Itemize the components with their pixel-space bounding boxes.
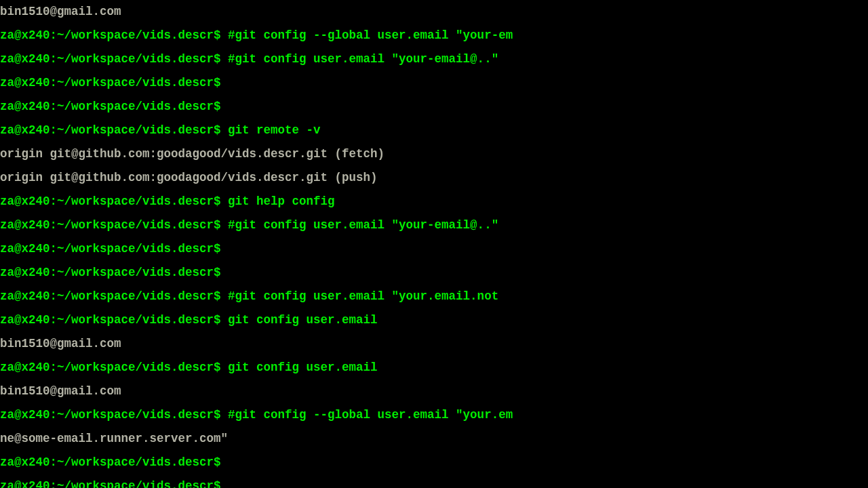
command-text: #git config --global user.email "your-em — [221, 28, 513, 42]
shell-prompt: za@x240:~/workspace/vids.descr$ — [0, 123, 221, 137]
shell-prompt: za@x240:~/workspace/vids.descr$ — [0, 266, 221, 279]
terminal-line: za@x240:~/workspace/vids.descr$ git conf… — [0, 356, 868, 380]
shell-prompt: za@x240:~/workspace/vids.descr$ — [0, 455, 221, 469]
terminal-line: ne@some-email.runner.server.com" — [0, 427, 868, 451]
terminal-line: za@x240:~/workspace/vids.descr$ git help… — [0, 190, 868, 214]
shell-prompt: za@x240:~/workspace/vids.descr$ — [0, 289, 221, 303]
command-text: git help config — [221, 195, 335, 208]
terminal-line: bin1510@gmail.com — [0, 332, 868, 356]
terminal-line: za@x240:~/workspace/vids.descr$ #git con… — [0, 24, 868, 47]
terminal-line: bin1510@gmail.com — [0, 0, 868, 24]
shell-prompt: za@x240:~/workspace/vids.descr$ — [0, 408, 221, 422]
terminal-window[interactable]: bin1510@gmail.comza@x240:~/workspace/vid… — [0, 0, 868, 488]
command-text: #git config user.email "your-email@.." — [221, 52, 499, 66]
command-text: #git config user.email "your.email.not — [221, 289, 499, 303]
terminal-line: origin git@github.com:goodagood/vids.des… — [0, 166, 868, 190]
terminal-line: za@x240:~/workspace/vids.descr$ #git con… — [0, 285, 868, 308]
shell-prompt: za@x240:~/workspace/vids.descr$ — [0, 76, 221, 89]
terminal-line: za@x240:~/workspace/vids.descr$ #git con… — [0, 403, 868, 427]
terminal-line: za@x240:~/workspace/vids.descr$ — [0, 95, 868, 119]
shell-prompt: za@x240:~/workspace/vids.descr$ — [0, 479, 221, 488]
terminal-line: za@x240:~/workspace/vids.descr$ #git con… — [0, 47, 868, 71]
shell-prompt: za@x240:~/workspace/vids.descr$ — [0, 100, 221, 113]
terminal-line: origin git@github.com:goodagood/vids.des… — [0, 142, 868, 166]
terminal-line: za@x240:~/workspace/vids.descr$ #git con… — [0, 214, 868, 237]
output-text: bin1510@gmail.com — [0, 5, 121, 18]
terminal-line: za@x240:~/workspace/vids.descr$ — [0, 451, 868, 474]
command-text: #git config --global user.email "your.em — [221, 408, 513, 422]
shell-prompt: za@x240:~/workspace/vids.descr$ — [0, 313, 221, 327]
shell-prompt: za@x240:~/workspace/vids.descr$ — [0, 218, 221, 232]
terminal-line: za@x240:~/workspace/vids.descr$ — [0, 237, 868, 261]
terminal-line: za@x240:~/workspace/vids.descr$ — [0, 71, 868, 95]
output-text: origin git@github.com:goodagood/vids.des… — [0, 171, 378, 184]
output-text: origin git@github.com:goodagood/vids.des… — [0, 147, 384, 161]
command-text: #git config user.email "your-email@.." — [221, 218, 499, 232]
command-text: git config user.email — [221, 313, 378, 327]
terminal-line: bin1510@gmail.com — [0, 380, 868, 403]
terminal-line: za@x240:~/workspace/vids.descr$ git remo… — [0, 119, 868, 142]
shell-prompt: za@x240:~/workspace/vids.descr$ — [0, 28, 221, 42]
shell-prompt: za@x240:~/workspace/vids.descr$ — [0, 195, 221, 208]
output-text: bin1510@gmail.com — [0, 384, 121, 398]
command-text: git config user.email — [221, 361, 378, 374]
terminal-line: za@x240:~/workspace/vids.descr$ — [0, 261, 868, 285]
terminal-line: za@x240:~/workspace/vids.descr$ — [0, 474, 868, 488]
shell-prompt: za@x240:~/workspace/vids.descr$ — [0, 52, 221, 66]
output-text: ne@some-email.runner.server.com" — [0, 432, 228, 445]
output-text: bin1510@gmail.com — [0, 337, 121, 350]
terminal-line: za@x240:~/workspace/vids.descr$ git conf… — [0, 308, 868, 332]
shell-prompt: za@x240:~/workspace/vids.descr$ — [0, 242, 221, 256]
command-text: git remote -v — [221, 123, 321, 137]
shell-prompt: za@x240:~/workspace/vids.descr$ — [0, 361, 221, 374]
